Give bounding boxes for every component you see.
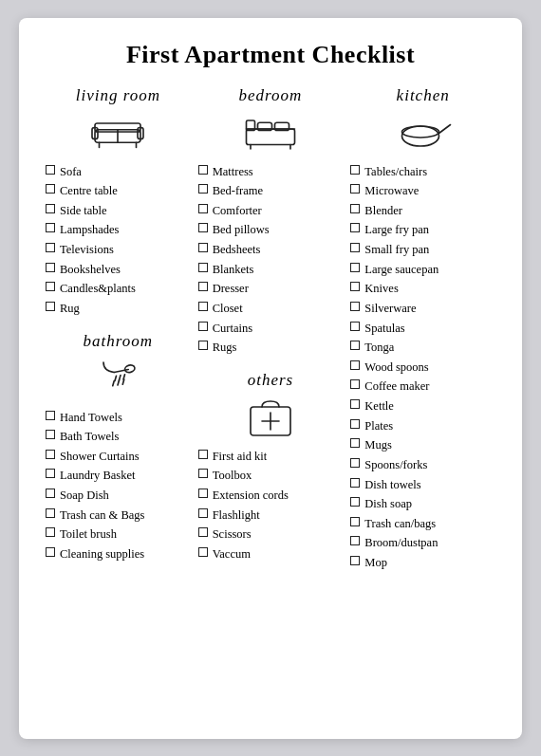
list-item[interactable]: Spatulas (350, 319, 495, 339)
list-item[interactable]: Centre table (46, 181, 191, 201)
checkbox[interactable] (198, 184, 208, 194)
checkbox[interactable] (46, 411, 55, 420)
list-item[interactable]: Mugs (350, 435, 495, 455)
list-item[interactable]: Knives (350, 279, 495, 299)
list-item[interactable]: Side table (46, 201, 191, 221)
checkbox[interactable] (46, 508, 55, 518)
list-item[interactable]: Blender (350, 201, 495, 221)
list-item[interactable]: Tonga (350, 338, 495, 358)
checkbox[interactable] (350, 419, 360, 429)
list-item[interactable]: Toolbox (198, 466, 344, 486)
checkbox[interactable] (350, 360, 360, 370)
checkbox[interactable] (46, 184, 55, 194)
checkbox[interactable] (198, 165, 208, 175)
list-item[interactable]: Cleaning supplies (46, 544, 191, 564)
checkbox[interactable] (350, 184, 360, 194)
list-item[interactable]: Bookshelves (46, 260, 191, 280)
list-item[interactable]: Spoons/forks (350, 455, 495, 475)
list-item[interactable]: Coffee maker (350, 377, 495, 396)
list-item[interactable]: Flashlight (198, 506, 344, 526)
list-item[interactable]: Mop (350, 553, 495, 573)
list-item[interactable]: Wood spoons (350, 358, 495, 378)
list-item[interactable]: Curtains (198, 319, 344, 339)
checkbox[interactable] (350, 379, 360, 389)
list-item[interactable]: Candles&plants (46, 279, 191, 299)
checkbox[interactable] (198, 204, 208, 213)
checkbox[interactable] (46, 527, 55, 537)
list-item[interactable]: Large saucepan (350, 260, 495, 280)
checkbox[interactable] (350, 399, 360, 409)
list-item[interactable]: Broom/dustpan (350, 533, 495, 553)
list-item[interactable]: Rug (46, 299, 191, 319)
checkbox[interactable] (350, 263, 360, 272)
checkbox[interactable] (46, 469, 55, 478)
list-item[interactable]: Laundry Basket (46, 466, 191, 486)
list-item[interactable]: Large fry pan (350, 220, 495, 240)
list-item[interactable]: Dish towels (350, 475, 495, 495)
list-item[interactable]: First aid kit (198, 447, 344, 467)
list-item[interactable]: Lampshades (46, 220, 191, 240)
list-item[interactable]: Bedsheets (198, 240, 344, 260)
checkbox[interactable] (198, 302, 208, 311)
checkbox[interactable] (46, 223, 55, 232)
list-item[interactable]: Comforter (198, 201, 344, 221)
list-item[interactable]: Toilet brush (46, 525, 191, 544)
checkbox[interactable] (46, 282, 55, 291)
checkbox[interactable] (350, 438, 360, 448)
checkbox[interactable] (46, 165, 55, 175)
checkbox[interactable] (198, 489, 208, 498)
list-item[interactable]: Tables/chairs (350, 162, 495, 182)
checkbox[interactable] (46, 450, 55, 459)
list-item[interactable]: Bed-frame (198, 181, 344, 201)
list-item[interactable]: Dresser (198, 279, 344, 299)
checkbox[interactable] (198, 322, 208, 331)
list-item[interactable]: Trash can & Bags (46, 506, 191, 526)
list-item[interactable]: Plates (350, 416, 495, 436)
list-item[interactable]: Bed pillows (198, 220, 344, 240)
checkbox[interactable] (350, 302, 360, 311)
list-item[interactable]: Bath Towels (46, 427, 191, 447)
checkbox[interactable] (198, 469, 208, 478)
list-item[interactable]: Soap Dish (46, 486, 191, 506)
checkbox[interactable] (46, 263, 55, 272)
checkbox[interactable] (350, 536, 360, 545)
list-item[interactable]: Closet (198, 299, 344, 319)
checkbox[interactable] (350, 341, 360, 350)
checkbox[interactable] (46, 430, 55, 439)
list-item[interactable]: Mattress (198, 162, 344, 182)
list-item[interactable]: Extension cords (198, 486, 344, 506)
checkbox[interactable] (198, 450, 208, 459)
checkbox[interactable] (198, 263, 208, 272)
checkbox[interactable] (46, 489, 55, 498)
list-item[interactable]: Small fry pan (350, 240, 495, 260)
checkbox[interactable] (350, 282, 360, 291)
checkbox[interactable] (350, 223, 360, 232)
checkbox[interactable] (198, 527, 208, 537)
list-item[interactable]: Rugs (198, 338, 344, 358)
checkbox[interactable] (350, 458, 360, 468)
list-item[interactable]: Blankets (198, 260, 344, 280)
list-item[interactable]: Hand Towels (46, 408, 191, 428)
list-item[interactable]: Vaccum (198, 544, 344, 564)
list-item[interactable]: Trash can/bags (350, 514, 495, 534)
checkbox[interactable] (46, 204, 55, 213)
checkbox[interactable] (350, 243, 360, 252)
checkbox[interactable] (350, 497, 360, 507)
checkbox[interactable] (198, 341, 208, 350)
checkbox[interactable] (46, 547, 55, 557)
checkbox[interactable] (198, 223, 208, 232)
checkbox[interactable] (198, 282, 208, 291)
checkbox[interactable] (350, 556, 360, 565)
checkbox[interactable] (350, 204, 360, 213)
checkbox[interactable] (198, 547, 208, 557)
checkbox[interactable] (46, 243, 55, 252)
list-item[interactable]: Shower Curtains (46, 447, 191, 467)
checkbox[interactable] (350, 517, 360, 526)
checkbox[interactable] (350, 478, 360, 488)
checkbox[interactable] (198, 243, 208, 252)
list-item[interactable]: Silverware (350, 299, 495, 319)
checkbox[interactable] (350, 165, 360, 175)
list-item[interactable]: Dish soap (350, 494, 495, 514)
list-item[interactable]: Televisions (46, 240, 191, 260)
list-item[interactable]: Sofa (46, 162, 191, 182)
